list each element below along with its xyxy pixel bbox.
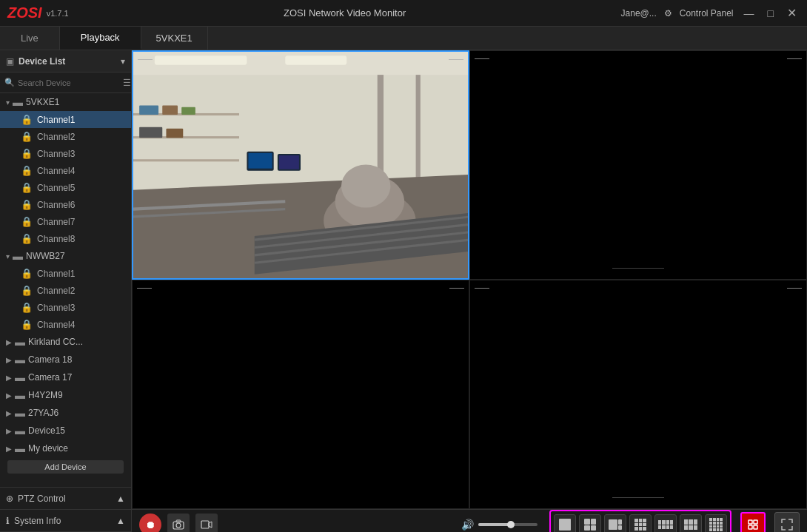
channel-label: Channel8 xyxy=(37,234,75,244)
device-group-header-device15[interactable]: ▶ ▬ Device15 xyxy=(0,422,131,440)
channel-item-nwwb27-1[interactable]: 🔒 Channel1 xyxy=(0,265,131,282)
chevron-icon: ▶ xyxy=(6,391,12,400)
device-group-header-h4y2m9[interactable]: ▶ ▬ H4Y2M9 xyxy=(0,386,131,404)
device-group-header-camera18[interactable]: ▶ ▬ Camera 18 xyxy=(0,351,131,368)
minimize-button[interactable]: — xyxy=(741,7,757,19)
list-icon[interactable]: ☰ xyxy=(123,78,131,88)
layout-button-4x4[interactable] xyxy=(705,514,727,532)
channel-label: Channel1 xyxy=(37,115,75,125)
svg-rect-29 xyxy=(279,155,299,169)
channel-item-5vkxe1-5[interactable]: 🔒 Channel5 xyxy=(0,179,131,196)
svg-rect-33 xyxy=(201,521,209,528)
cell-label-topright-4: —— xyxy=(787,283,802,292)
layout-button-3x3[interactable] xyxy=(629,514,652,532)
camera-icon: 🔒 xyxy=(21,182,33,193)
video-cell-4[interactable]: —— —— ——————— xyxy=(469,280,807,509)
dvr-icon: ▬ xyxy=(13,96,23,108)
ptz-icon: ⊕ xyxy=(6,494,13,504)
device-group-header-kirkland[interactable]: ▶ ▬ Kirkland CC... xyxy=(0,333,131,351)
camera-icon: 🔒 xyxy=(21,268,33,279)
device-name-27yaj6: 27YAJ6 xyxy=(28,408,125,418)
tab-live[interactable]: Live xyxy=(0,27,60,50)
chevron-down-icon: ▾ xyxy=(121,56,125,67)
device-group-header-5vkxe1[interactable]: ▾ ▬ 5VKXE1 xyxy=(0,93,131,111)
channel-item-nwwb27-2[interactable]: 🔒 Channel2 xyxy=(0,282,131,299)
chevron-icon: ▾ xyxy=(6,252,10,260)
snapshot-button[interactable] xyxy=(167,514,190,532)
app-title: ZOSI Network Video Monitor xyxy=(284,7,406,18)
channel-label: Channel1 xyxy=(37,269,75,279)
chevron-up-icon: ▲ xyxy=(116,516,125,526)
ptz-control-item[interactable]: ⊕ PTZ Control ▲ xyxy=(0,488,131,510)
chevron-up-icon: ▲ xyxy=(116,494,125,504)
device-group-header-nwwb27[interactable]: ▾ ▬ NWWB27 xyxy=(0,247,131,265)
record-icon: ⏺ xyxy=(145,519,155,531)
search-bar: 🔍 ☰ xyxy=(0,73,131,93)
channel-label: Channel7 xyxy=(37,217,75,227)
fullscreen-icon xyxy=(747,519,759,531)
maximize-button[interactable]: □ xyxy=(765,7,777,19)
layout-button-6split[interactable] xyxy=(680,514,702,532)
cell-label-topleft-3: —— xyxy=(137,283,152,292)
volume-area: 🔊 xyxy=(461,519,538,531)
cell-label-topleft-1: —— xyxy=(138,55,153,63)
gear-icon[interactable]: ⚙ xyxy=(664,8,672,18)
channel-item-5vkxe1-2[interactable]: 🔒 Channel2 xyxy=(0,128,131,145)
channel-item-5vkxe1-6[interactable]: 🔒 Channel6 xyxy=(0,196,131,213)
channel-item-5vkxe1-3[interactable]: 🔒 Channel3 xyxy=(0,145,131,162)
cell-status-2: ——————— xyxy=(612,263,664,272)
grid-6split-icon xyxy=(684,519,697,530)
record-button[interactable]: ⏺ xyxy=(139,514,161,532)
tab-device[interactable]: 5VKXE1 xyxy=(141,27,208,50)
channel-label: Channel5 xyxy=(37,183,75,193)
cell-label-topright-3: —— xyxy=(449,283,464,292)
video-cell-1[interactable]: —— —— xyxy=(132,50,469,280)
device-name-mydevice: My device xyxy=(28,443,125,454)
device-group-header-camera17[interactable]: ▶ ▬ Camera 17 xyxy=(0,368,131,386)
tab-playback[interactable]: Playback xyxy=(60,27,141,50)
fullscreen-button[interactable] xyxy=(740,512,766,532)
video-cell-2[interactable]: —— —— ——————— xyxy=(469,50,807,280)
dvr-icon: ▬ xyxy=(15,389,25,401)
channel-item-5vkxe1-7[interactable]: 🔒 Channel7 xyxy=(0,213,131,230)
add-device-button[interactable]: Add Device xyxy=(7,460,124,474)
grid-4x4-icon xyxy=(709,518,723,531)
chevron-icon: ▶ xyxy=(6,427,12,435)
channel-item-nwwb27-4[interactable]: 🔒 Channel4 xyxy=(0,316,131,333)
control-panel-label[interactable]: Control Panel xyxy=(680,8,734,18)
device-group-header-mydevice[interactable]: ▶ ▬ My device xyxy=(0,440,131,457)
device-name-kirkland: Kirkland CC... xyxy=(28,337,125,347)
channel-label: Channel2 xyxy=(37,286,75,296)
camera-icon: 🔒 xyxy=(21,233,33,244)
close-button[interactable]: ✕ xyxy=(784,6,800,20)
svg-rect-10 xyxy=(133,159,239,161)
expand-button[interactable] xyxy=(774,512,800,532)
window-controls: Jane@... ⚙ Control Panel — □ ✕ xyxy=(621,6,800,20)
channel-item-nwwb27-3[interactable]: 🔒 Channel3 xyxy=(0,299,131,316)
device-group-nwwb27: ▾ ▬ NWWB27 🔒 Channel1 🔒 Channel2 🔒 xyxy=(0,247,131,333)
svg-rect-27 xyxy=(248,153,272,169)
channel-item-5vkxe1-1[interactable]: 🔒 Channel1 xyxy=(0,111,131,128)
volume-slider[interactable] xyxy=(478,523,538,526)
system-info-item[interactable]: ℹ System Info ▲ xyxy=(0,510,131,532)
device-list-header[interactable]: ▣ Device List ▾ xyxy=(0,50,131,73)
device-list-label: Device List xyxy=(19,56,65,67)
channel-label: Channel6 xyxy=(37,200,75,210)
video-cell-3[interactable]: —— —— xyxy=(132,280,469,509)
camera-icon: 🔒 xyxy=(21,302,33,313)
svg-rect-3 xyxy=(155,55,247,64)
channel-item-5vkxe1-4[interactable]: 🔒 Channel4 xyxy=(0,162,131,179)
device-tree: ▾ ▬ 5VKXE1 🔒 Channel1 🔒 Channel2 🔒 xyxy=(0,93,131,487)
layout-button-1x1[interactable] xyxy=(554,514,576,532)
device-group-header-27yaj6[interactable]: ▶ ▬ 27YAJ6 xyxy=(0,404,131,422)
layout-button-2x2[interactable] xyxy=(579,514,601,532)
chevron-icon: ▶ xyxy=(6,356,12,364)
device-name-h4y2m9: H4Y2M9 xyxy=(28,390,125,400)
layout-button-mixed1[interactable] xyxy=(604,514,626,532)
channel-item-5vkxe1-8[interactable]: 🔒 Channel8 xyxy=(0,230,131,247)
layout-button-4split[interactable] xyxy=(654,514,677,532)
svg-rect-38 xyxy=(754,525,757,529)
tabbar: Live Playback 5VKXE1 xyxy=(0,27,807,50)
video-record-button[interactable] xyxy=(195,514,218,532)
search-input[interactable] xyxy=(18,78,120,87)
